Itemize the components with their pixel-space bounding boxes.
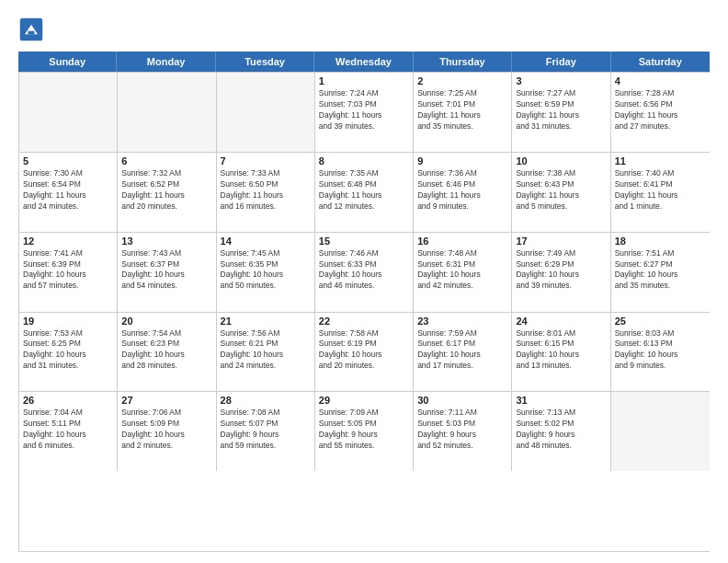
day-number: 19 [23,316,113,327]
day-info: Sunrise: 7:27 AM Sunset: 6:59 PM Dayligh… [516,88,606,132]
svg-rect-2 [28,31,35,35]
calendar-cell: 6Sunrise: 7:32 AM Sunset: 6:52 PM Daylig… [118,153,216,232]
day-info: Sunrise: 7:53 AM Sunset: 6:25 PM Dayligh… [23,328,113,373]
calendar-cell: 17Sunrise: 7:49 AM Sunset: 6:29 PM Dayli… [512,233,610,312]
calendar-cell: 29Sunrise: 7:09 AM Sunset: 5:05 PM Dayli… [315,392,414,471]
day-info: Sunrise: 8:01 AM Sunset: 6:15 PM Dayligh… [516,328,606,373]
calendar-cell: 13Sunrise: 7:43 AM Sunset: 6:37 PM Dayli… [118,233,216,312]
day-number: 4 [615,75,706,86]
day-number: 17 [516,236,606,247]
calendar-cell: 12Sunrise: 7:41 AM Sunset: 6:39 PM Dayli… [19,233,118,312]
calendar-cell: 19Sunrise: 7:53 AM Sunset: 6:25 PM Dayli… [19,313,118,392]
day-info: Sunrise: 7:35 AM Sunset: 6:48 PM Dayligh… [319,168,409,213]
day-number: 20 [121,316,211,327]
day-number: 26 [23,395,113,406]
calendar-cell: 25Sunrise: 8:03 AM Sunset: 6:13 PM Dayli… [611,313,710,392]
weekday-header: Wednesday [314,52,413,72]
day-info: Sunrise: 7:45 AM Sunset: 6:35 PM Dayligh… [221,248,311,293]
calendar-cell: 10Sunrise: 7:38 AM Sunset: 6:43 PM Dayli… [512,153,610,232]
day-number: 10 [516,155,606,167]
logo-icon [18,17,44,42]
day-number: 28 [221,395,311,406]
calendar-cell [611,392,710,471]
calendar-cell: 11Sunrise: 7:40 AM Sunset: 6:41 PM Dayli… [611,153,710,232]
calendar-cell: 14Sunrise: 7:45 AM Sunset: 6:35 PM Dayli… [217,233,315,312]
day-number: 23 [417,316,507,327]
calendar-cell: 1Sunrise: 7:24 AM Sunset: 7:03 PM Daylig… [315,73,414,152]
header [18,17,710,42]
calendar-cell: 2Sunrise: 7:25 AM Sunset: 7:01 PM Daylig… [414,73,512,152]
day-number: 15 [319,236,409,247]
day-info: Sunrise: 7:56 AM Sunset: 6:21 PM Dayligh… [221,328,311,373]
calendar-body: 1Sunrise: 7:24 AM Sunset: 7:03 PM Daylig… [18,72,710,552]
day-number: 18 [615,236,706,247]
day-number: 29 [319,395,409,406]
day-info: Sunrise: 7:38 AM Sunset: 6:43 PM Dayligh… [516,168,606,213]
day-info: Sunrise: 7:51 AM Sunset: 6:27 PM Dayligh… [615,248,706,293]
calendar-row: 12Sunrise: 7:41 AM Sunset: 6:39 PM Dayli… [19,232,710,312]
day-info: Sunrise: 7:40 AM Sunset: 6:41 PM Dayligh… [615,168,706,213]
day-info: Sunrise: 7:33 AM Sunset: 6:50 PM Dayligh… [221,168,311,213]
day-info: Sunrise: 7:58 AM Sunset: 6:19 PM Dayligh… [319,328,409,373]
day-number: 7 [221,155,311,167]
day-info: Sunrise: 7:46 AM Sunset: 6:33 PM Dayligh… [319,248,409,293]
day-info: Sunrise: 7:04 AM Sunset: 5:11 PM Dayligh… [23,408,113,452]
day-number: 30 [417,395,507,406]
calendar-row: 19Sunrise: 7:53 AM Sunset: 6:25 PM Dayli… [19,312,710,392]
weekday-header: Monday [117,52,215,72]
day-info: Sunrise: 7:48 AM Sunset: 6:31 PM Dayligh… [417,248,507,293]
calendar-cell: 3Sunrise: 7:27 AM Sunset: 6:59 PM Daylig… [512,73,610,152]
calendar-cell: 22Sunrise: 7:58 AM Sunset: 6:19 PM Dayli… [315,313,414,392]
calendar-cell: 27Sunrise: 7:06 AM Sunset: 5:09 PM Dayli… [118,392,216,471]
day-info: Sunrise: 7:54 AM Sunset: 6:23 PM Dayligh… [121,328,211,373]
day-number: 11 [615,155,706,167]
weekday-header: Thursday [414,52,512,72]
day-info: Sunrise: 7:30 AM Sunset: 6:54 PM Dayligh… [23,168,113,213]
day-number: 1 [319,75,409,86]
day-info: Sunrise: 7:36 AM Sunset: 6:46 PM Dayligh… [417,168,507,213]
day-number: 22 [319,316,409,327]
day-number: 14 [221,236,311,247]
page: SundayMondayTuesdayWednesdayThursdayFrid… [0,0,728,563]
day-info: Sunrise: 8:03 AM Sunset: 6:13 PM Dayligh… [615,328,706,373]
weekday-header: Tuesday [216,52,314,72]
calendar-cell: 9Sunrise: 7:36 AM Sunset: 6:46 PM Daylig… [414,153,512,232]
day-info: Sunrise: 7:24 AM Sunset: 7:03 PM Dayligh… [319,88,409,132]
calendar-cell: 23Sunrise: 7:59 AM Sunset: 6:17 PM Dayli… [414,313,512,392]
calendar-cell: 5Sunrise: 7:30 AM Sunset: 6:54 PM Daylig… [19,153,118,232]
day-number: 24 [516,316,606,327]
day-number: 13 [121,236,211,247]
day-number: 9 [417,155,507,167]
day-info: Sunrise: 7:08 AM Sunset: 5:07 PM Dayligh… [221,408,311,452]
calendar-row: 1Sunrise: 7:24 AM Sunset: 7:03 PM Daylig… [19,72,710,152]
day-info: Sunrise: 7:13 AM Sunset: 5:02 PM Dayligh… [516,408,606,452]
weekday-header: Saturday [611,52,710,72]
day-info: Sunrise: 7:32 AM Sunset: 6:52 PM Dayligh… [121,168,211,213]
day-number: 2 [417,75,507,86]
calendar-cell: 8Sunrise: 7:35 AM Sunset: 6:48 PM Daylig… [315,153,414,232]
day-number: 31 [516,395,606,406]
day-info: Sunrise: 7:59 AM Sunset: 6:17 PM Dayligh… [417,328,507,373]
day-info: Sunrise: 7:43 AM Sunset: 6:37 PM Dayligh… [121,248,211,293]
calendar-row: 5Sunrise: 7:30 AM Sunset: 6:54 PM Daylig… [19,152,710,232]
day-info: Sunrise: 7:09 AM Sunset: 5:05 PM Dayligh… [319,408,409,452]
calendar-cell: 30Sunrise: 7:11 AM Sunset: 5:03 PM Dayli… [414,392,512,471]
day-number: 27 [121,395,211,406]
calendar-cell: 28Sunrise: 7:08 AM Sunset: 5:07 PM Dayli… [217,392,315,471]
calendar-row: 26Sunrise: 7:04 AM Sunset: 5:11 PM Dayli… [19,391,710,471]
day-number: 8 [319,155,409,167]
calendar-cell: 4Sunrise: 7:28 AM Sunset: 6:56 PM Daylig… [611,73,710,152]
day-number: 16 [417,236,507,247]
day-info: Sunrise: 7:25 AM Sunset: 7:01 PM Dayligh… [417,88,507,132]
calendar: SundayMondayTuesdayWednesdayThursdayFrid… [18,52,710,552]
calendar-cell: 24Sunrise: 8:01 AM Sunset: 6:15 PM Dayli… [512,313,610,392]
day-info: Sunrise: 7:28 AM Sunset: 6:56 PM Dayligh… [615,88,706,132]
day-info: Sunrise: 7:41 AM Sunset: 6:39 PM Dayligh… [23,248,113,293]
weekday-header: Sunday [18,52,117,72]
calendar-cell: 7Sunrise: 7:33 AM Sunset: 6:50 PM Daylig… [217,153,315,232]
day-number: 21 [221,316,311,327]
calendar-cell [19,73,118,152]
logo [18,17,48,42]
calendar-cell: 26Sunrise: 7:04 AM Sunset: 5:11 PM Dayli… [19,392,118,471]
calendar-cell: 18Sunrise: 7:51 AM Sunset: 6:27 PM Dayli… [611,233,710,312]
